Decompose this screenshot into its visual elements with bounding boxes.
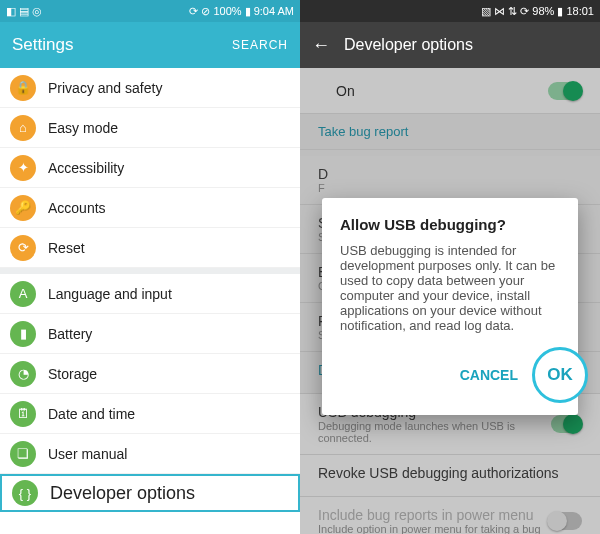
developer-options-pane: ▧ ⋈ ⇅ ⟳ 98% ▮ 18:01 ← Developer options …	[300, 0, 600, 534]
status-left-icons: ◧ ▤ ◎	[6, 5, 42, 18]
settings-item-label: Language and input	[48, 286, 172, 302]
settings-item-privacy[interactable]: 🔒 Privacy and safety	[0, 68, 300, 108]
settings-title: Settings	[12, 35, 73, 55]
dialog-title: Allow USB debugging?	[340, 216, 560, 233]
settings-item-language[interactable]: A Language and input	[0, 274, 300, 314]
settings-item-accounts[interactable]: 🔑 Accounts	[0, 188, 300, 228]
settings-item-label: Date and time	[48, 406, 135, 422]
search-button[interactable]: SEARCH	[232, 38, 288, 52]
settings-list: 🔒 Privacy and safety ⌂ Easy mode ✦ Acces…	[0, 68, 300, 512]
settings-item-label: Developer options	[50, 483, 195, 504]
settings-item-easymode[interactable]: ⌂ Easy mode	[0, 108, 300, 148]
settings-item-reset[interactable]: ⟳ Reset	[0, 228, 300, 268]
language-icon: A	[10, 281, 36, 307]
settings-item-label: Easy mode	[48, 120, 118, 136]
lock-icon: 🔒	[10, 75, 36, 101]
home-icon: ⌂	[10, 115, 36, 141]
settings-item-accessibility[interactable]: ✦ Accessibility	[0, 148, 300, 188]
battery-icon: ▮	[10, 321, 36, 347]
settings-item-label: User manual	[48, 446, 127, 462]
cancel-button[interactable]: CANCEL	[460, 367, 518, 383]
settings-pane: ◧ ▤ ◎ ⟳ ⊘ 100% ▮ 9:04 AM Settings SEARCH…	[0, 0, 300, 534]
status-right: ▧ ⋈ ⇅ ⟳ 98% ▮ 18:01	[481, 5, 594, 18]
settings-item-label: Storage	[48, 366, 97, 382]
developer-content: On Take bug report D F S S B C P S De	[300, 68, 600, 534]
ok-button[interactable]: OK	[532, 347, 588, 403]
usb-debugging-dialog: Allow USB debugging? USB debugging is in…	[322, 198, 578, 415]
settings-item-storage[interactable]: ◔ Storage	[0, 354, 300, 394]
app-bar-settings: Settings SEARCH	[0, 22, 300, 68]
settings-item-label: Accessibility	[48, 160, 124, 176]
settings-item-datetime[interactable]: 🗓 Date and time	[0, 394, 300, 434]
dialog-body: USB debugging is intended for developmen…	[340, 243, 560, 333]
settings-item-label: Accounts	[48, 200, 106, 216]
status-bar: ◧ ▤ ◎ ⟳ ⊘ 100% ▮ 9:04 AM	[0, 0, 300, 22]
status-right: ⟳ ⊘ 100% ▮ 9:04 AM	[189, 5, 294, 18]
settings-item-label: Battery	[48, 326, 92, 342]
appbar-title: Developer options	[344, 36, 473, 54]
accessibility-icon: ✦	[10, 155, 36, 181]
calendar-icon: 🗓	[10, 401, 36, 427]
developer-icon: { }	[12, 480, 38, 506]
settings-item-developer-options[interactable]: { } Developer options	[0, 474, 300, 512]
settings-item-label: Reset	[48, 240, 85, 256]
settings-item-battery[interactable]: ▮ Battery	[0, 314, 300, 354]
manual-icon: ❏	[10, 441, 36, 467]
settings-item-label: Privacy and safety	[48, 80, 162, 96]
key-icon: 🔑	[10, 195, 36, 221]
app-bar-developer: ← Developer options	[300, 22, 600, 68]
back-icon[interactable]: ←	[312, 35, 330, 56]
storage-icon: ◔	[10, 361, 36, 387]
settings-item-usermanual[interactable]: ❏ User manual	[0, 434, 300, 474]
reset-icon: ⟳	[10, 235, 36, 261]
status-bar: ▧ ⋈ ⇅ ⟳ 98% ▮ 18:01	[300, 0, 600, 22]
